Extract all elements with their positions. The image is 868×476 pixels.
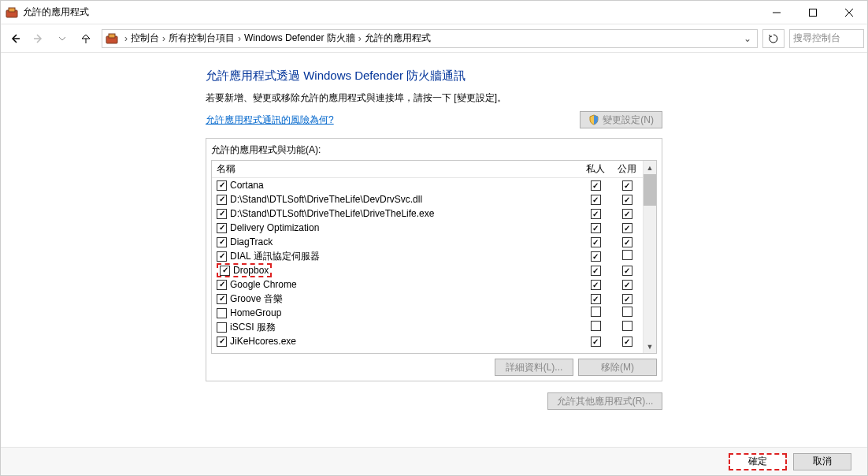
chevron-right-icon: › <box>358 33 362 44</box>
scroll-down-icon[interactable]: ▼ <box>644 340 656 353</box>
private-checkbox[interactable] <box>591 195 601 205</box>
up-button[interactable] <box>75 28 97 50</box>
app-name-label: DIAL 通訊協定伺服器 <box>230 250 320 263</box>
list-item[interactable]: DiagTrack <box>212 235 643 249</box>
allowed-apps-listview[interactable]: 名稱 私人 公用 CortanaD:\Stand\DTLSoft\DriveTh… <box>211 160 657 354</box>
cancel-button[interactable]: 取消 <box>793 453 851 470</box>
app-enabled-checkbox[interactable] <box>217 308 227 318</box>
details-button[interactable]: 詳細資料(L)... <box>495 359 573 376</box>
public-checkbox[interactable] <box>622 237 632 247</box>
minimize-button[interactable] <box>759 1 795 24</box>
allow-another-app-button[interactable]: 允許其他應用程式(R)... <box>547 392 662 410</box>
app-enabled-checkbox[interactable] <box>217 209 227 219</box>
app-enabled-checkbox[interactable] <box>217 322 227 333</box>
app-icon <box>6 6 18 19</box>
private-checkbox[interactable] <box>591 223 601 233</box>
app-name-label: Google Chrome <box>230 279 297 290</box>
breadcrumb-item[interactable]: 控制台 <box>131 32 159 45</box>
private-checkbox[interactable] <box>591 209 601 219</box>
app-enabled-checkbox[interactable] <box>217 280 227 290</box>
private-checkbox[interactable] <box>591 237 601 247</box>
refresh-button[interactable] <box>762 29 785 48</box>
app-name-label: Groove 音樂 <box>230 292 283 306</box>
private-checkbox[interactable] <box>591 321 601 331</box>
recent-dropdown[interactable] <box>51 28 73 50</box>
private-checkbox[interactable] <box>591 337 601 347</box>
public-checkbox[interactable] <box>622 321 632 331</box>
breadcrumb-icon <box>106 32 118 45</box>
app-name-label: iSCSI 服務 <box>230 321 276 334</box>
public-checkbox[interactable] <box>622 180 632 191</box>
breadcrumb-item[interactable]: 允許的應用程式 <box>365 32 431 45</box>
list-item[interactable]: D:\Stand\DTLSoft\DriveTheLife\DevDrvSvc.… <box>212 192 643 206</box>
public-checkbox[interactable] <box>622 307 632 317</box>
private-checkbox[interactable] <box>591 266 601 276</box>
search-input[interactable]: 搜尋控制台 <box>789 29 864 48</box>
maximize-button[interactable] <box>795 1 831 24</box>
app-enabled-checkbox[interactable] <box>217 180 227 191</box>
titlebar: 允許的應用程式 <box>1 1 867 24</box>
app-enabled-checkbox[interactable] <box>217 195 227 205</box>
private-checkbox[interactable] <box>591 280 601 290</box>
breadcrumb-item[interactable]: 所有控制台項目 <box>169 32 235 45</box>
app-name-label: Cortana <box>230 180 264 191</box>
list-item[interactable]: Google Chrome <box>212 277 643 292</box>
scroll-thumb[interactable] <box>644 174 656 206</box>
remove-button[interactable]: 移除(M) <box>578 359 657 376</box>
public-checkbox[interactable] <box>622 280 632 290</box>
list-item[interactable]: JiKeHcores.exe <box>212 334 643 348</box>
private-checkbox[interactable] <box>591 307 601 317</box>
list-item[interactable]: DIAL 通訊協定伺服器 <box>212 249 643 263</box>
scrollbar[interactable]: ▲ ▼ <box>643 161 656 353</box>
list-item[interactable]: Groove 音樂 <box>212 292 643 306</box>
public-checkbox[interactable] <box>622 250 632 260</box>
svg-rect-3 <box>810 9 817 16</box>
app-name-label: D:\Stand\DTLSoft\DriveTheLife\DevDrvSvc.… <box>230 194 422 205</box>
navbar: › 控制台 › 所有控制台項目 › Windows Defender 防火牆 ›… <box>1 24 867 53</box>
highlighted-item: Dropbox <box>217 263 272 277</box>
col-header-public[interactable]: 公用 <box>611 162 643 176</box>
risk-link[interactable]: 允許應用程式通訊的風險為何? <box>206 113 334 127</box>
dialog-footer: 確定 取消 <box>1 447 867 475</box>
app-enabled-checkbox[interactable] <box>220 266 230 276</box>
app-name-label: D:\Stand\DTLSoft\DriveTheLife\DriveTheLi… <box>230 208 434 219</box>
page-title: 允許應用程式透過 Windows Defender 防火牆通訊 <box>206 69 662 84</box>
app-enabled-checkbox[interactable] <box>217 223 227 233</box>
forward-button[interactable] <box>28 28 50 50</box>
public-checkbox[interactable] <box>622 337 632 347</box>
list-item[interactable]: Cortana <box>212 178 643 192</box>
public-checkbox[interactable] <box>622 266 632 276</box>
col-header-name[interactable]: 名稱 <box>212 162 580 176</box>
window-title: 允許的應用程式 <box>23 6 759 19</box>
app-name-label: DiagTrack <box>230 236 273 247</box>
list-item[interactable]: Dropbox <box>212 263 643 277</box>
app-enabled-checkbox[interactable] <box>217 237 227 247</box>
scroll-up-icon[interactable]: ▲ <box>644 161 656 174</box>
close-button[interactable] <box>831 1 867 24</box>
public-checkbox[interactable] <box>622 294 632 304</box>
change-settings-button[interactable]: 變更設定(N) <box>580 111 662 128</box>
private-checkbox[interactable] <box>591 251 601 262</box>
chevron-right-icon: › <box>124 33 128 44</box>
list-item[interactable]: D:\Stand\DTLSoft\DriveTheLife\DriveTheLi… <box>212 206 643 221</box>
chevron-down-icon[interactable]: ⌄ <box>741 33 754 44</box>
ok-button[interactable]: 確定 <box>729 453 787 470</box>
back-button[interactable] <box>4 28 26 50</box>
private-checkbox[interactable] <box>591 180 601 191</box>
change-settings-label: 變更設定(N) <box>603 113 654 127</box>
public-checkbox[interactable] <box>622 209 632 219</box>
breadcrumb[interactable]: › 控制台 › 所有控制台項目 › Windows Defender 防火牆 ›… <box>102 29 758 48</box>
app-name-label: HomeGroup <box>230 307 281 318</box>
public-checkbox[interactable] <box>622 223 632 233</box>
list-item[interactable]: Delivery Optimization <box>212 221 643 235</box>
public-checkbox[interactable] <box>622 195 632 205</box>
list-item[interactable]: iSCSI 服務 <box>212 320 643 334</box>
svg-rect-1 <box>9 8 15 12</box>
app-enabled-checkbox[interactable] <box>217 251 227 262</box>
col-header-private[interactable]: 私人 <box>580 162 611 176</box>
breadcrumb-item[interactable]: Windows Defender 防火牆 <box>244 32 355 45</box>
app-enabled-checkbox[interactable] <box>217 337 227 347</box>
app-enabled-checkbox[interactable] <box>217 294 227 304</box>
private-checkbox[interactable] <box>591 294 601 304</box>
list-item[interactable]: HomeGroup <box>212 306 643 320</box>
